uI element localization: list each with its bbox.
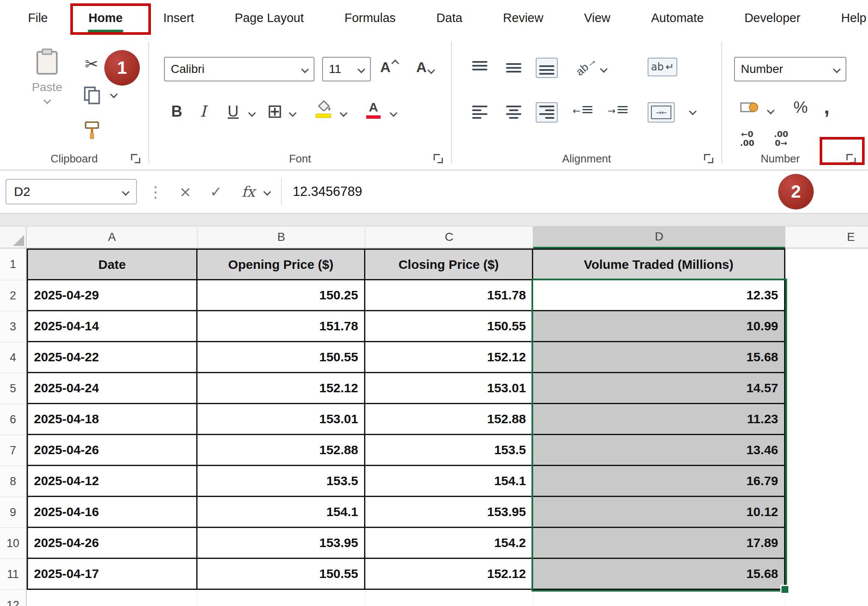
column-header-c[interactable]: C	[365, 226, 533, 249]
borders-button[interactable]: ⊞	[267, 100, 283, 122]
italic-button[interactable]: I	[200, 103, 206, 120]
grid-cell-empty[interactable]	[785, 311, 868, 342]
tab-formulas[interactable]: Formulas	[324, 0, 416, 36]
grid-cell-empty[interactable]	[785, 342, 868, 373]
enter-button[interactable]: ✓	[210, 183, 223, 200]
tab-help[interactable]: Help	[821, 0, 868, 36]
font-name-select[interactable]: Calibri	[164, 57, 314, 81]
font-size-select[interactable]: 11	[322, 57, 371, 81]
grid-cell-date[interactable]: 2025-04-17	[27, 559, 198, 590]
merge-center-chevron-icon[interactable]	[689, 107, 696, 115]
grid-cell-open[interactable]: 151.78	[198, 311, 365, 342]
borders-dropdown-chevron-icon[interactable]	[289, 109, 296, 117]
accounting-chevron-icon[interactable]	[767, 106, 774, 114]
tab-file[interactable]: File	[8, 0, 68, 36]
column-header-d[interactable]: D	[533, 226, 785, 249]
paste-button[interactable]: Paste	[23, 48, 71, 103]
grid-cell-empty[interactable]	[785, 435, 868, 466]
grid-cell-open[interactable]: 152.12	[198, 373, 365, 404]
grid-cell-empty[interactable]	[198, 590, 365, 606]
row-header[interactable]: 7	[0, 435, 27, 466]
grid-cell-date[interactable]: 2025-04-26	[27, 528, 198, 559]
grid-cell-empty[interactable]	[785, 497, 868, 528]
cut-button[interactable]: ✂	[85, 55, 98, 73]
grid-cell-date[interactable]: 2025-04-29	[27, 280, 198, 311]
copy-button[interactable]	[83, 86, 101, 107]
row-header[interactable]: 1	[0, 249, 27, 280]
grid-cell-close[interactable]: 152.12	[365, 559, 533, 590]
grid-cell-close[interactable]: 152.12	[365, 342, 533, 373]
grid-cell-open[interactable]: 150.55	[198, 559, 365, 590]
row-header[interactable]: 6	[0, 404, 27, 435]
row-header[interactable]: 12	[0, 590, 27, 606]
row-header[interactable]: 9	[0, 497, 27, 528]
cancel-button[interactable]: ×	[179, 183, 192, 200]
percent-style-button[interactable]: %	[793, 98, 808, 117]
grid-cell-close[interactable]: 153.5	[365, 435, 533, 466]
grid-cell-volume[interactable]: 10.99	[533, 311, 785, 342]
tab-page-layout[interactable]: Page Layout	[214, 0, 324, 36]
grid-cell-volume[interactable]: 12.35	[533, 280, 785, 311]
underline-dropdown-chevron-icon[interactable]	[248, 109, 256, 117]
name-box[interactable]: D2	[6, 179, 137, 204]
grid-cell-empty[interactable]	[785, 528, 868, 559]
row-header[interactable]: 11	[0, 559, 27, 590]
row-header[interactable]: 10	[0, 528, 27, 559]
grid-cell-empty[interactable]	[785, 404, 868, 435]
grid-cell-close[interactable]: 154.2	[365, 528, 533, 559]
grid-cell-close[interactable]: 150.55	[365, 311, 533, 342]
grid-cell-close[interactable]: 154.1	[365, 466, 533, 497]
grid-cell-volume[interactable]: 11.23	[533, 404, 785, 435]
format-painter-button[interactable]	[83, 120, 101, 142]
increase-decimal-button[interactable]: ←0 .00	[740, 130, 754, 148]
grid-cell-open[interactable]: 150.25	[198, 280, 365, 311]
decrease-indent-button[interactable]: ←	[573, 106, 593, 116]
clipboard-dialog-launcher-icon[interactable]	[131, 154, 142, 165]
font-color-chevron-icon[interactable]	[389, 109, 397, 117]
tab-insert[interactable]: Insert	[143, 0, 214, 36]
grid-cell-empty[interactable]	[533, 590, 785, 606]
grid-cell-date[interactable]: 2025-04-22	[27, 342, 198, 373]
row-header[interactable]: 2	[0, 280, 27, 311]
wrap-text-button[interactable]: ab ↵	[648, 58, 677, 76]
grid-cell-empty[interactable]	[785, 590, 868, 606]
grid-cell-empty[interactable]	[785, 249, 868, 280]
grid-cell-empty[interactable]	[27, 590, 198, 606]
row-header[interactable]: 8	[0, 466, 27, 497]
formula-input[interactable]: 12.3456789	[293, 184, 362, 199]
grid-cell-open[interactable]: 153.01	[198, 404, 365, 435]
decrease-decimal-button[interactable]: .00 0→	[774, 130, 788, 148]
row-header[interactable]: 5	[0, 373, 27, 404]
font-dialog-launcher-icon[interactable]	[433, 154, 444, 165]
tab-developer[interactable]: Developer	[724, 0, 821, 36]
tab-automate[interactable]: Automate	[631, 0, 724, 36]
grid-cell-close[interactable]: 151.78	[365, 280, 533, 311]
grid-cell-volume[interactable]: 17.89	[533, 528, 785, 559]
tab-data[interactable]: Data	[416, 0, 483, 36]
comma-style-button[interactable]: ,	[824, 95, 829, 118]
grid-cell-volume[interactable]: 16.79	[533, 466, 785, 497]
increase-font-size-button[interactable]: A	[380, 59, 398, 75]
column-header-b[interactable]: B	[198, 226, 365, 249]
grid-cell-date[interactable]: 2025-04-16	[27, 497, 198, 528]
grid-cell-volume[interactable]: 15.68	[533, 342, 785, 373]
row-header[interactable]: 3	[0, 311, 27, 342]
bold-button[interactable]: B	[171, 103, 182, 120]
grid-cell-header-close[interactable]: Closing Price ($)	[365, 249, 533, 280]
grid-cell-open[interactable]: 154.1	[198, 497, 365, 528]
grid-cell-date[interactable]: 2025-04-14	[27, 311, 198, 342]
merge-center-button[interactable]: →←	[648, 102, 675, 123]
tab-review[interactable]: Review	[483, 0, 564, 36]
grid-cell-close[interactable]: 153.01	[365, 373, 533, 404]
grid-cell-volume[interactable]: 10.12	[533, 497, 785, 528]
align-center-button[interactable]	[506, 106, 521, 119]
row-header[interactable]: 4	[0, 342, 27, 373]
grid-cell-date[interactable]: 2025-04-26	[27, 435, 198, 466]
fill-color-button[interactable]	[315, 100, 331, 118]
accounting-format-button[interactable]	[740, 100, 759, 115]
grid-cell-open[interactable]: 153.95	[198, 528, 365, 559]
column-header-a[interactable]: A	[27, 226, 198, 249]
grid-cell-date[interactable]: 2025-04-12	[27, 466, 198, 497]
align-middle-button[interactable]	[506, 61, 521, 75]
decrease-font-size-button[interactable]: A	[416, 59, 434, 75]
